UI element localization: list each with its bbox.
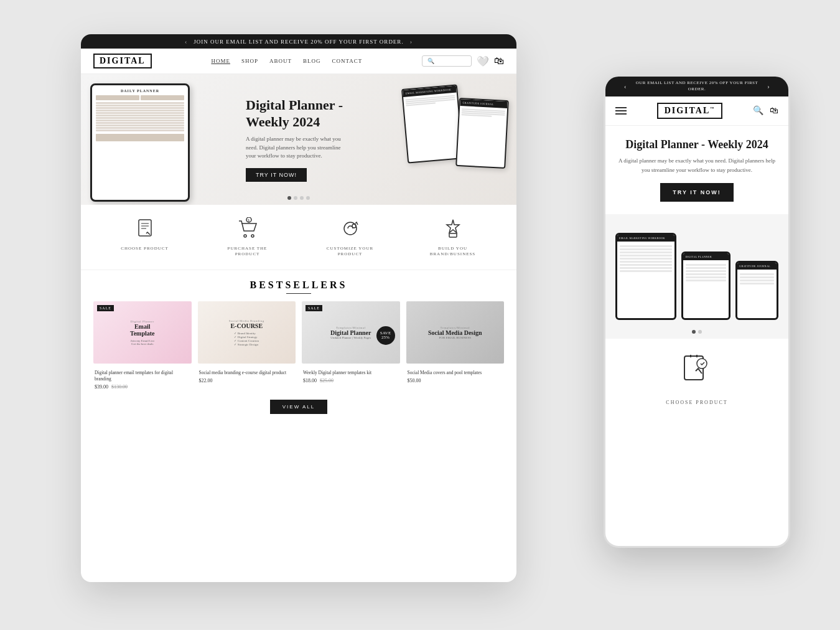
product-title-4: Social Media covers and pool templates: [408, 370, 503, 376]
mobile-step-section: CHOOSE PRODUCT: [605, 339, 788, 418]
prev-arrow[interactable]: ‹: [185, 38, 187, 45]
desktop-header-icons: 🔍 🤍 🛍: [422, 55, 504, 67]
product-price-2: $22.00: [199, 378, 295, 383]
nav-shop[interactable]: SHOP: [241, 58, 258, 64]
dot-3[interactable]: [300, 196, 304, 200]
nav-about[interactable]: ABOUT: [269, 58, 292, 64]
product-img-content-1: Digital Planner EmailTemplate Join my Em…: [93, 301, 192, 364]
mobile-hero: Digital Planner - Weekly 2024 A digital …: [605, 126, 788, 214]
hero-section: DAILY PLANNER: [81, 74, 516, 205]
dot-1[interactable]: [287, 196, 291, 200]
mobile-tablet-3: GRATITUDE JOURNAL: [735, 261, 778, 320]
mobile-announcement-bar: ‹ OUR EMAIL LIST AND RECEIVE 20% OFF YOU…: [605, 77, 788, 96]
bestsellers-title: BESTSELLERS: [93, 280, 504, 291]
hamburger-menu[interactable]: [615, 107, 627, 115]
announcement-text: JOIN OUR EMAIL LIST AND RECEIVE 20% OFF …: [194, 39, 403, 45]
nav-home[interactable]: HOME: [211, 58, 230, 64]
product-title-1: Digital planner email templates for digi…: [95, 370, 190, 382]
steps-section: CHOOSE PRODUCT $ PURCHASE THE PRODUCT: [81, 205, 516, 270]
hero-title: Digital Planner - Weekly 2024: [246, 97, 352, 130]
step-4-label: BUILD YOU BRAND/BUSINESS: [428, 246, 478, 257]
product-info-3: Weekly Digital planner templates kit $18…: [302, 367, 400, 386]
product-title-3: Weekly Digital planner templates kit: [303, 370, 399, 376]
svg-point-12: [697, 359, 707, 369]
step-2: $ PURCHASE THE PRODUCT: [223, 217, 273, 257]
mobile-tablet-group: EMAIL MARKETING WORKBOOK DIGITAL PLANNER: [615, 233, 778, 320]
hero-product-card-2: GRATITUDE JOURNAL: [455, 98, 509, 169]
mobile-search-icon[interactable]: 🔍: [753, 105, 763, 116]
cart-icon[interactable]: 🛍: [494, 55, 504, 67]
product-info-4: Social Media covers and pool templates $…: [406, 367, 505, 386]
step-4-icon: [428, 217, 478, 243]
search-icon: 🔍: [427, 58, 434, 64]
product-price-3: $18.00 $25.00: [303, 378, 399, 383]
mobile-announcement-text: OUR EMAIL LIST AND RECEIVE 20% OFF YOUR …: [627, 80, 767, 93]
step-3-label: CUSTOMIZE YOUR PRODUCT: [325, 246, 375, 257]
product-info-2: Social media branding e-course digital p…: [198, 367, 296, 386]
desktop-logo[interactable]: DIGITAL: [93, 54, 152, 68]
product-img-content-2: Social Media Branding E-COURSE ✓ Brand I…: [198, 301, 296, 364]
svg-point-5: [251, 235, 254, 237]
announcement-bar: ‹ JOIN OUR EMAIL LIST AND RECEIVE 20% OF…: [81, 34, 516, 49]
product-card-2[interactable]: Social Media Branding E-COURSE ✓ Brand I…: [198, 301, 296, 392]
desktop-nav: HOME SHOP ABOUT BLOG CONTACT: [211, 58, 362, 64]
product-card-1[interactable]: SALE Digital Planner EmailTemplate Join …: [93, 301, 192, 392]
svg-point-4: [244, 235, 246, 237]
mobile-product-images: EMAIL MARKETING WORKBOOK DIGITAL PLANNER: [605, 214, 788, 339]
step-1-icon: [120, 217, 170, 243]
product-title-2: Social media branding e-course digital p…: [199, 370, 295, 376]
product-price-4: $50.00: [408, 378, 503, 383]
search-bar[interactable]: 🔍: [422, 55, 472, 67]
product-img-content-4: Templates/Minimal Social Media Design FO…: [406, 301, 505, 364]
product-card-3[interactable]: SALE SAVE25% Templates/Minimal Digital P…: [302, 301, 400, 392]
mobile-next-arrow[interactable]: ›: [767, 82, 770, 91]
step-2-label: PURCHASE THE PRODUCT: [223, 246, 273, 257]
step-3: CUSTOMIZE YOUR PRODUCT: [325, 217, 375, 257]
section-divider: [286, 293, 311, 294]
wishlist-icon[interactable]: 🤍: [477, 55, 489, 67]
product-card-4[interactable]: Templates/Minimal Social Media Design FO…: [406, 301, 505, 392]
mobile-dot-1[interactable]: [692, 330, 696, 334]
view-all-button[interactable]: VIEW ALL: [270, 400, 327, 414]
product-image-2: Social Media Branding E-COURSE ✓ Brand I…: [198, 301, 296, 364]
product-price-1: $39.00 $130.00: [95, 384, 190, 390]
mobile-step-icon: [678, 351, 716, 395]
hero-cta-button[interactable]: TRY IT NOW!: [246, 168, 307, 182]
product-img-content-3: Templates/Minimal Digital Planner Undate…: [302, 301, 400, 364]
mobile-logo[interactable]: DIGITAL™: [657, 103, 723, 119]
products-grid: SALE Digital Planner EmailTemplate Join …: [93, 301, 504, 392]
nav-contact[interactable]: CONTACT: [332, 58, 362, 64]
mobile-hero-title: Digital Planner - Weekly 2024: [615, 138, 778, 152]
tablet-device-left: DAILY PLANNER: [90, 83, 190, 202]
mobile-mockup: ‹ OUR EMAIL LIST AND RECEIVE 20% OFF YOU…: [604, 75, 790, 548]
hero-description: A digital planner may be exactly what yo…: [246, 135, 352, 161]
step-1-label: CHOOSE PRODUCT: [120, 246, 170, 252]
svg-text:$: $: [248, 219, 250, 222]
dot-2[interactable]: [294, 196, 297, 200]
desktop-mockup: ‹ JOIN OUR EMAIL LIST AND RECEIVE 20% OF…: [81, 34, 516, 582]
mobile-header-icons: 🔍 🛍: [753, 105, 778, 116]
dot-4[interactable]: [306, 196, 310, 200]
mobile-cart-icon[interactable]: 🛍: [770, 106, 778, 116]
mobile-hero-description: A digital planner may be exactly what yo…: [615, 156, 778, 174]
product-image-4: Templates/Minimal Social Media Design FO…: [406, 301, 505, 364]
mobile-hero-cta[interactable]: TRY IT NOW!: [660, 183, 734, 202]
mobile-header: DIGITAL™ 🔍 🛍: [605, 96, 788, 126]
step-2-icon: $: [223, 217, 273, 243]
desktop-header: DIGITAL HOME SHOP ABOUT BLOG CONTACT 🔍 🤍…: [81, 49, 516, 74]
carousel-dots: [287, 196, 310, 200]
step-1: CHOOSE PRODUCT: [120, 217, 170, 257]
mobile-dot-2[interactable]: [698, 330, 702, 334]
step-4: BUILD YOU BRAND/BUSINESS: [428, 217, 478, 257]
mobile-carousel-dots: [692, 330, 702, 334]
step-3-icon: [325, 217, 375, 243]
svg-rect-10: [449, 233, 457, 237]
mobile-step-label: CHOOSE PRODUCT: [666, 400, 727, 405]
nav-blog[interactable]: BLOG: [303, 58, 321, 64]
product-image-3: SALE SAVE25% Templates/Minimal Digital P…: [302, 301, 400, 364]
product-image-1: SALE Digital Planner EmailTemplate Join …: [93, 301, 192, 364]
hero-product-card-1: EMAIL MARKETING WORKBOOK: [401, 84, 464, 163]
mobile-tablet-2: DIGITAL PLANNER: [681, 252, 730, 320]
next-arrow[interactable]: ›: [410, 38, 413, 45]
svg-point-9: [352, 224, 356, 228]
